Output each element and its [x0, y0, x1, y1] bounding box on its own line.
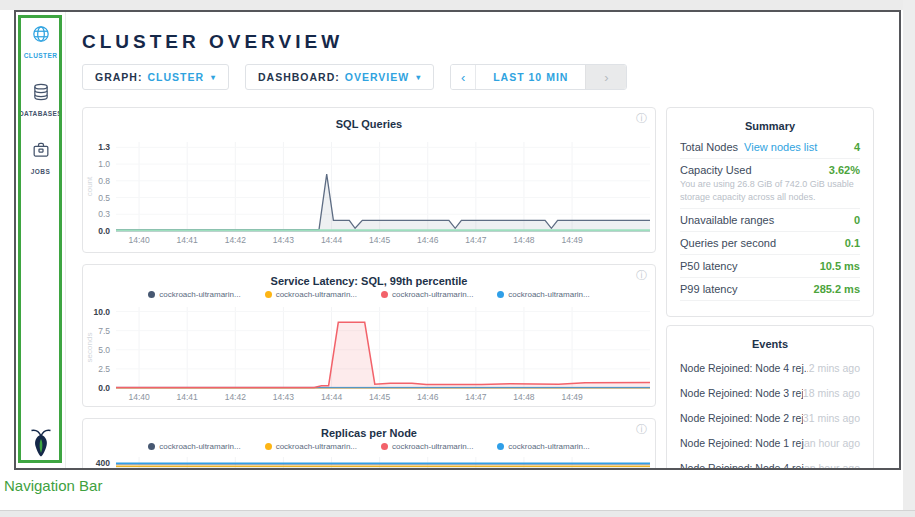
svg-text:14:42: 14:42 [225, 392, 247, 402]
summary-row-label: P99 latency [680, 283, 737, 295]
summary-row: Total NodesView nodes list4 [680, 136, 860, 159]
summary-panel: Summary Total NodesView nodes list4Capac… [666, 107, 874, 317]
legend-label: cockroach-ultramarin... [159, 442, 240, 451]
bottom-margin-band [0, 510, 915, 517]
svg-text:14:43: 14:43 [273, 392, 295, 402]
event-text: Node Rejoined: Node 4 rej... [680, 462, 804, 469]
svg-text:0.5: 0.5 [98, 193, 110, 203]
event-time: an hour ago [804, 462, 860, 469]
svg-text:count: count [85, 176, 94, 196]
time-prev-button[interactable]: ‹ [451, 65, 476, 89]
svg-text:seconds: seconds [85, 333, 94, 363]
time-window-selector: ‹ LAST 10 MIN › [450, 64, 627, 90]
legend-dot-icon [497, 291, 504, 298]
time-next-button-disabled[interactable]: › [585, 65, 626, 89]
legend-item[interactable]: cockroach-ultramarin... [497, 442, 589, 451]
dashboard-dropdown-value: OVERVIEW [345, 71, 409, 83]
globe-icon [31, 24, 51, 48]
chart-title: Replicas per Node [83, 427, 655, 439]
legend-item[interactable]: cockroach-ultramarin... [148, 442, 240, 451]
sidebar-item-label: DATABASES [19, 110, 62, 117]
info-icon[interactable]: ⓘ [636, 424, 647, 435]
graph-dropdown-label: GRAPH: [95, 71, 142, 83]
time-window-label[interactable]: LAST 10 MIN [476, 65, 585, 89]
legend-label: cockroach-ultramarin... [508, 442, 589, 451]
dashboard-content: SQL Queries ⓘ 14:4014:4114:4214:4314:441… [82, 107, 899, 468]
summary-row: P50 latency10.5 ms [680, 255, 860, 278]
legend-item[interactable]: cockroach-ultramarin... [497, 290, 589, 299]
legend-dot-icon [265, 291, 272, 298]
event-text: Node Rejoined: Node 1 rej... [680, 437, 804, 449]
sidebar-item-label: JOBS [31, 168, 50, 175]
svg-text:14:41: 14:41 [177, 235, 199, 245]
legend-label: cockroach-ultramarin... [392, 442, 473, 451]
svg-text:5.0: 5.0 [98, 345, 110, 355]
legend-item[interactable]: cockroach-ultramarin... [381, 442, 473, 451]
dashboard-dropdown-label: DASHBOARD: [258, 71, 340, 83]
sql-queries-plot: 14:4014:4114:4214:4314:4414:4514:4614:47… [84, 136, 654, 248]
summary-row-label: Unavailable ranges [680, 214, 774, 226]
svg-text:14:43: 14:43 [273, 235, 295, 245]
graph-dropdown[interactable]: GRAPH: CLUSTER ▾ [82, 64, 229, 90]
view-nodes-list-link[interactable]: View nodes list [744, 141, 817, 153]
event-row[interactable]: Node Rejoined: Node 1 rej...an hour ago [680, 430, 860, 455]
chart-title: SQL Queries [83, 118, 655, 130]
svg-text:14:40: 14:40 [128, 392, 150, 402]
event-time: 31 mins ago [803, 412, 860, 424]
sidebar-item-cluster[interactable]: CLUSTER [24, 24, 58, 59]
summary-row: Queries per second0.1 [680, 232, 860, 255]
event-row[interactable]: Node Rejoined: Node 4 rej...2 mins ago [680, 355, 860, 380]
legend-dot-icon [265, 443, 272, 450]
legend-item[interactable]: cockroach-ultramarin... [148, 290, 240, 299]
legend-dot-icon [497, 443, 504, 450]
cockroachdb-logo-icon[interactable] [28, 427, 54, 463]
dashboard-dropdown[interactable]: DASHBOARD: OVERVIEW ▾ [245, 64, 434, 90]
svg-text:14:45: 14:45 [369, 392, 391, 402]
summary-row-value: 0.1 [845, 237, 860, 249]
legend-label: cockroach-ultramarin... [276, 442, 357, 451]
legend-item[interactable]: cockroach-ultramarin... [381, 290, 473, 299]
events-title: Events [680, 338, 860, 350]
chevron-down-icon: ▾ [416, 73, 421, 82]
svg-text:14:41: 14:41 [177, 392, 199, 402]
svg-text:1.3: 1.3 [98, 142, 110, 152]
briefcase-icon [31, 140, 51, 164]
event-row[interactable]: Node Rejoined: Node 2 rej...31 mins ago [680, 405, 860, 430]
main-content: CLUSTER OVERVIEW GRAPH: CLUSTER ▾ DASHBO… [66, 12, 899, 468]
svg-text:14:47: 14:47 [465, 392, 487, 402]
summary-row-value: 3.62% [829, 164, 860, 176]
svg-text:14:49: 14:49 [561, 392, 583, 402]
summary-row: Unavailable ranges0 [680, 209, 860, 232]
summary-title: Summary [680, 120, 860, 132]
event-row[interactable]: Node Rejoined: Node 4 rej...an hour ago [680, 455, 860, 468]
svg-text:14:45: 14:45 [369, 235, 391, 245]
legend-dot-icon [381, 443, 388, 450]
legend-item[interactable]: cockroach-ultramarin... [265, 290, 357, 299]
svg-text:2.5: 2.5 [98, 364, 110, 374]
svg-text:14:47: 14:47 [465, 235, 487, 245]
legend-dot-icon [381, 291, 388, 298]
event-row[interactable]: Node Rejoined: Node 3 rej...18 mins ago [680, 380, 860, 405]
summary-row-label: Total Nodes [680, 141, 738, 153]
sidebar-item-jobs[interactable]: JOBS [31, 140, 51, 175]
svg-text:0.0: 0.0 [98, 226, 110, 236]
event-time: 18 mins ago [803, 387, 860, 399]
right-column: Summary Total NodesView nodes list4Capac… [666, 107, 874, 468]
graph-dropdown-value: CLUSTER [147, 71, 204, 83]
legend-item[interactable]: cockroach-ultramarin... [265, 442, 357, 451]
info-icon[interactable]: ⓘ [636, 270, 647, 281]
svg-text:0.0: 0.0 [98, 383, 110, 393]
events-rows: Node Rejoined: Node 4 rej...2 mins agoNo… [680, 355, 860, 468]
summary-row-label: Queries per second [680, 237, 776, 249]
svg-text:14:48: 14:48 [513, 235, 535, 245]
summary-row: P99 latency285.2 ms [680, 278, 860, 301]
svg-text:0.3: 0.3 [98, 209, 110, 219]
sidebar-item-databases[interactable]: DATABASES [19, 82, 62, 117]
annotation-label: Navigation Bar [4, 477, 102, 494]
legend-label: cockroach-ultramarin... [392, 290, 473, 299]
summary-row-subtext: You are using 26.8 GiB of 742.0 GiB usab… [680, 178, 860, 203]
chart-legend: cockroach-ultramarin...cockroach-ultrama… [83, 290, 655, 299]
chart-title: Service Latency: SQL, 99th percentile [83, 275, 655, 287]
svg-text:1.0: 1.0 [98, 159, 110, 169]
info-icon[interactable]: ⓘ [636, 113, 647, 124]
